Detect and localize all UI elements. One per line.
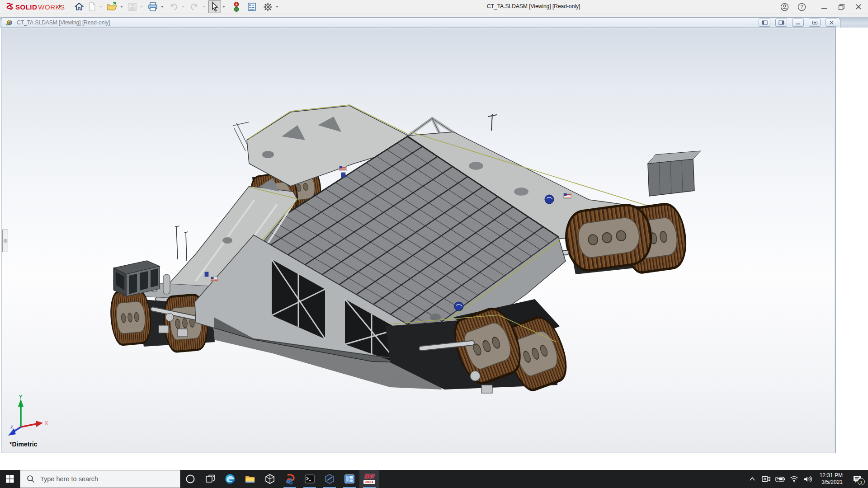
brand-solid: SOLID xyxy=(15,3,37,11)
save-dropdown[interactable] xyxy=(140,6,143,8)
settings-button[interactable] xyxy=(261,0,274,13)
close-button[interactable] xyxy=(852,1,865,13)
account-icon[interactable] xyxy=(778,1,791,13)
window-title: CT_TA.SLDASM [Viewing] [Read-only] xyxy=(487,3,580,9)
start-button[interactable] xyxy=(0,470,20,488)
ds-logo-icon xyxy=(4,2,14,11)
document-tab-label: CT_TA.SLDASM [Viewing] [Read-only] xyxy=(17,19,110,26)
doc-split-left-button[interactable] xyxy=(759,19,770,27)
taskbar-item-file-explorer[interactable] xyxy=(240,470,260,488)
taskbar-item-edge[interactable] xyxy=(220,470,240,488)
notification-badge: 1 xyxy=(858,478,865,485)
settings-dropdown[interactable] xyxy=(276,6,278,8)
new-document-dropdown[interactable] xyxy=(99,6,102,8)
sw-icon-year: 2021 xyxy=(363,480,375,484)
open-dropdown[interactable] xyxy=(120,6,123,8)
toolbar-flyout-arrow-icon[interactable] xyxy=(58,3,62,9)
titlebar-right-controls: ? xyxy=(778,0,865,14)
us-flag-left xyxy=(211,277,217,282)
quick-access-toolbar xyxy=(72,0,281,14)
action-center-button[interactable]: 1 xyxy=(848,470,866,488)
app-titlebar: SOLIDWORKS xyxy=(0,0,868,14)
us-flag xyxy=(340,166,346,171)
model-crawler-transporter xyxy=(1,28,835,453)
new-document-button[interactable] xyxy=(86,0,98,13)
save-button[interactable] xyxy=(126,0,139,13)
tray-time: 12:31 PM xyxy=(820,472,843,479)
wifi-icon[interactable] xyxy=(788,470,800,488)
feature-pane-handle[interactable] xyxy=(2,230,8,252)
battery-icon[interactable] xyxy=(774,470,786,488)
redo-dropdown[interactable] xyxy=(203,6,205,8)
options-list-button[interactable] xyxy=(245,0,258,13)
taskbar-item-photos[interactable] xyxy=(340,470,359,488)
select-tool-dropdown[interactable] xyxy=(222,6,225,8)
triad-z-label: Z xyxy=(10,425,13,429)
open-button[interactable] xyxy=(105,0,119,13)
search-icon xyxy=(27,475,35,483)
graphics-viewport[interactable]: Y X Z *Dimetric xyxy=(1,28,836,453)
triad-x-label: X xyxy=(45,420,48,426)
taskbar-search[interactable] xyxy=(20,470,180,488)
taskbar-item-cortana[interactable] xyxy=(180,470,200,488)
taskbar-item-snip-sketch[interactable] xyxy=(280,470,300,488)
assembly-icon xyxy=(5,19,13,26)
volume-icon[interactable] xyxy=(802,470,814,488)
us-flag-right xyxy=(564,193,571,198)
taskbar: SW 2021 xyxy=(0,470,868,488)
tray-clock[interactable]: 12:31 PM 3/5/2021 xyxy=(816,472,846,486)
pane-handle-grip xyxy=(4,239,7,243)
triad-y-label: Y xyxy=(19,394,23,399)
menu-strip xyxy=(0,14,868,17)
orientation-label: *Dimetric xyxy=(9,441,37,448)
taskbar-item-3d-viewer[interactable] xyxy=(260,470,280,488)
meet-now-icon[interactable] xyxy=(760,470,772,488)
search-input[interactable] xyxy=(39,475,172,483)
print-button[interactable] xyxy=(146,0,160,13)
redo-button[interactable] xyxy=(188,0,201,13)
home-button[interactable] xyxy=(73,0,85,13)
orientation-triad: Y X Z xyxy=(5,394,55,444)
tray-chevron-icon[interactable] xyxy=(746,470,758,488)
doc-restore-button[interactable] xyxy=(809,19,821,27)
document-window-buttons xyxy=(759,19,837,27)
taskbar-item-solidworks[interactable]: SW 2021 xyxy=(359,470,379,488)
restore-button[interactable] xyxy=(835,1,848,13)
solidworks-logo: SOLIDWORKS xyxy=(4,2,65,12)
undo-dropdown[interactable] xyxy=(182,6,184,8)
print-dropdown[interactable] xyxy=(161,6,164,8)
select-tool-button[interactable] xyxy=(208,0,221,13)
taskbar-item-command-prompt[interactable] xyxy=(300,470,320,488)
help-icon[interactable]: ? xyxy=(795,1,808,13)
undo-button[interactable] xyxy=(167,0,180,13)
sw-icon-letters: SW xyxy=(363,473,375,480)
taskbar-item-task-view[interactable] xyxy=(200,470,220,488)
minimize-button[interactable] xyxy=(817,1,831,13)
stoplight-macro-button[interactable] xyxy=(231,0,241,13)
document-tab[interactable]: CT_TA.SLDASM [Viewing] [Read-only] xyxy=(1,17,840,28)
svg-text:?: ? xyxy=(800,4,803,9)
antenna xyxy=(176,226,187,261)
doc-close-button[interactable] xyxy=(826,19,837,27)
doc-split-right-button[interactable] xyxy=(775,19,787,27)
doc-minimize-button[interactable] xyxy=(792,19,804,27)
system-tray: 12:31 PM 3/5/2021 1 xyxy=(746,470,868,488)
taskbar-item-hexagon-app[interactable] xyxy=(320,470,340,488)
nasa-worm-flag xyxy=(341,173,345,178)
tray-date: 3/5/2021 xyxy=(820,479,843,486)
